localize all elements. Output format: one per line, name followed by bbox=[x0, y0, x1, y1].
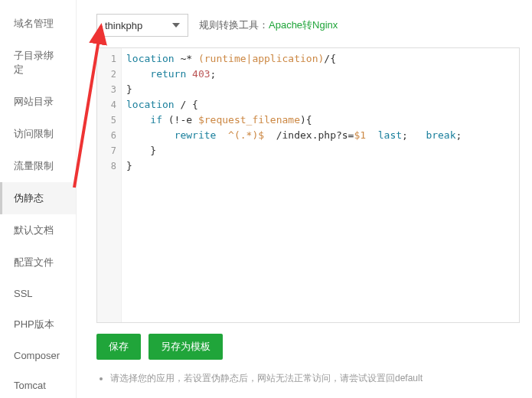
sidebar-item-10[interactable]: Composer bbox=[0, 341, 76, 370]
button-row: 保存 另存为模板 bbox=[96, 334, 520, 360]
code-area[interactable]: location ~* (runtime|application)/{ retu… bbox=[122, 48, 519, 322]
line-gutter: 12345678 bbox=[97, 48, 122, 322]
toolbar: thinkphp 规则转换工具： Apache转Nginx bbox=[96, 14, 520, 37]
sidebar-item-0[interactable]: 域名管理 bbox=[0, 8, 76, 40]
sidebar-item-3[interactable]: 访问限制 bbox=[0, 118, 76, 150]
sidebar-item-6[interactable]: 默认文档 bbox=[0, 214, 76, 246]
sidebar-item-8[interactable]: SSL bbox=[0, 279, 76, 308]
code-line: } bbox=[126, 143, 514, 158]
convert-label: 规则转换工具： bbox=[199, 18, 269, 32]
chevron-down-icon bbox=[172, 23, 180, 28]
code-line: } bbox=[126, 158, 514, 174]
sidebar-item-5[interactable]: 伪静态 bbox=[0, 182, 76, 214]
sidebar-item-2[interactable]: 网站目录 bbox=[0, 86, 76, 118]
save-as-template-button[interactable]: 另存为模板 bbox=[149, 334, 223, 360]
select-value: thinkphp bbox=[105, 20, 172, 31]
sidebar-item-11[interactable]: Tomcat bbox=[0, 370, 76, 398]
sidebar: 域名管理子目录绑定网站目录访问限制流量限制伪静态默认文档配置文件SSLPHP版本… bbox=[0, 0, 77, 398]
code-line: rewrite ^(.*)$ /index.php?s=$1 last; bre… bbox=[126, 128, 514, 143]
apache-to-nginx-link[interactable]: Apache转Nginx bbox=[269, 18, 338, 32]
code-line: if (!-e $request_filename){ bbox=[126, 113, 514, 128]
sidebar-item-4[interactable]: 流量限制 bbox=[0, 150, 76, 182]
save-button[interactable]: 保存 bbox=[96, 334, 141, 360]
sidebar-item-9[interactable]: PHP版本 bbox=[0, 308, 76, 341]
code-line: return 403; bbox=[126, 67, 514, 82]
hint-list: 请选择您的应用，若设置伪静态后，网站无法正常访问，请尝试设置回default bbox=[96, 372, 520, 385]
code-line: location ~* (runtime|application)/{ bbox=[126, 51, 514, 67]
code-editor[interactable]: 12345678 location ~* (runtime|applicatio… bbox=[96, 47, 520, 323]
sidebar-item-7[interactable]: 配置文件 bbox=[0, 246, 76, 279]
code-line: location / { bbox=[126, 97, 514, 113]
code-line: } bbox=[126, 82, 514, 97]
main-panel: thinkphp 规则转换工具： Apache转Nginx 12345678 l… bbox=[77, 0, 532, 398]
rewrite-template-select[interactable]: thinkphp bbox=[96, 14, 188, 37]
hint-item: 请选择您的应用，若设置伪静态后，网站无法正常访问，请尝试设置回default bbox=[110, 372, 520, 385]
sidebar-item-1[interactable]: 子目录绑定 bbox=[0, 40, 76, 86]
